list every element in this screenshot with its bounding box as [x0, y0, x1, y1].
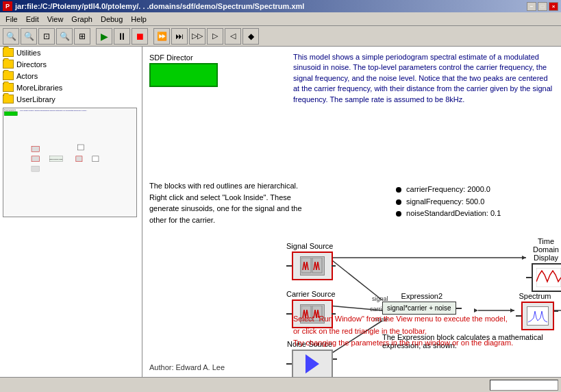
noise-connector-right — [333, 358, 337, 360]
sdf-director-label: SDF Director — [149, 53, 218, 62]
time-domain-block[interactable]: Time Domain Display — [526, 237, 561, 292]
menu-graph[interactable]: Graph — [67, 14, 97, 25]
time-domain-label: Time Domain Display — [526, 237, 561, 262]
bullet3-text: noiseStandardDeviation: 0.1 — [406, 209, 501, 217]
zoom-button2[interactable]: 🔍 — [56, 28, 73, 45]
signal-source-box — [292, 252, 333, 280]
menu-file[interactable]: File — [1, 14, 22, 25]
expression2-label: Expression2 — [382, 292, 462, 300]
bullet1-text: carrierFrequency: 2000.0 — [406, 185, 490, 193]
overview-carrier-block — [32, 156, 40, 162]
zoom-out-button[interactable]: 🔍 — [21, 28, 37, 45]
fast-forward-button[interactable]: ⏩ — [153, 28, 170, 45]
signal-source-block[interactable]: Signal Source — [286, 242, 334, 280]
noise-triangle-icon — [306, 354, 319, 373]
signal-connector-right — [332, 265, 336, 267]
menu-debug[interactable]: Debug — [97, 14, 127, 25]
sidebar-label-actors: Actors — [16, 72, 38, 80]
time-domain-wrapper — [526, 263, 561, 292]
bullet3-dot — [396, 211, 401, 217]
overview-freq-block — [92, 156, 99, 162]
userlibrary-folder-icon — [3, 95, 14, 103]
sidebar-label-directors: Directors — [16, 60, 47, 69]
sidebar-item-actors[interactable]: Actors — [0, 70, 142, 82]
run-text-line3: Try changing the parameters in the run w… — [293, 337, 556, 350]
run-instruction-text: Select "Run Window" from the View menu t… — [293, 313, 556, 350]
expr-connector-right — [456, 308, 462, 309]
timedomain-connector-in — [526, 277, 532, 278]
description-content: This model shows a simple periodogram sp… — [293, 53, 552, 103]
sdf-director-box — [149, 63, 218, 87]
carrier-source-label: Carrier Source — [286, 290, 336, 298]
signal-source-svg — [301, 258, 323, 274]
noise-source-box — [292, 350, 333, 377]
bullet2-item: signalFrequency: 500.0 — [396, 196, 501, 208]
sidebar-item-morelibraries[interactable]: MoreLibraries — [0, 82, 142, 93]
window-controls: − □ × — [527, 2, 558, 11]
expression2-formula: signal*carrier + noise — [387, 304, 451, 312]
pause-button[interactable]: ⏸ — [114, 28, 130, 45]
spectrum-connector-right — [554, 310, 558, 312]
maximize-button[interactable]: □ — [538, 2, 547, 11]
menu-bar: File Edit View Graph Debug Help — [0, 12, 561, 26]
overview-content: SDF Director This model shows a simple p… — [3, 108, 137, 217]
sdf-director: SDF Director — [149, 53, 218, 87]
menu-view[interactable]: View — [43, 14, 68, 25]
expression2-wrapper: signal*carrier + noise — [382, 302, 462, 315]
utilities-folder-icon — [3, 48, 14, 57]
sidebar: Utilities Directors Actors MoreLibraries… — [0, 47, 142, 377]
app-icon: P — [3, 1, 12, 11]
forward2-button[interactable]: ▷▷ — [189, 28, 205, 45]
description-text: This model shows a simple periodogram sp… — [293, 52, 556, 105]
svg-line-0 — [329, 258, 382, 300]
stop-button[interactable]: ⏹ — [132, 28, 148, 45]
morelibraries-folder-icon — [3, 83, 14, 92]
forward1-button[interactable]: ▷ — [207, 28, 223, 45]
menu-edit[interactable]: Edit — [22, 14, 43, 25]
minimize-button[interactable]: − — [527, 2, 536, 11]
sidebar-item-userlibrary[interactable]: UserLibrary — [0, 93, 142, 105]
zoom-in-button[interactable]: 🔍 — [3, 28, 19, 45]
overview-signal-block — [32, 146, 40, 151]
signal-source-label: Signal Source — [286, 242, 334, 250]
time-domain-svg — [536, 268, 561, 287]
toolbar: 🔍 🔍 ⊡ 🔍 ⊞ ▶ ⏸ ⏹ ⏩ ⏭ ▷▷ ▷ ◁ ◆ — [0, 26, 561, 47]
blocks-description: The blocks with red outlines are hierarc… — [149, 180, 307, 225]
signal-source-wrapper — [286, 252, 334, 280]
signal-connector-in — [286, 265, 292, 267]
fit-button[interactable]: ⊡ — [38, 28, 55, 45]
sidebar-item-directors[interactable]: Directors — [0, 58, 142, 70]
diamond-button[interactable]: ◆ — [242, 28, 259, 45]
main-area: Utilities Directors Actors MoreLibraries… — [0, 47, 561, 377]
bullet-info: carrierFrequency: 2000.0 signalFrequency… — [396, 184, 501, 220]
step-forward-button[interactable]: ⏭ — [171, 28, 188, 45]
author-text: Author: Edward A. Lee — [149, 363, 225, 371]
menu-help[interactable]: Help — [127, 14, 151, 25]
status-input[interactable] — [490, 380, 558, 391]
blocks-desc-text: The blocks with red outlines are hierarc… — [149, 182, 302, 224]
actors-folder-icon — [3, 71, 14, 80]
window-title: jar:file:/C:/Ptolemy/ptll4.0/ptolemy/. .… — [15, 2, 304, 10]
sidebar-item-utilities[interactable]: Utilities — [0, 47, 142, 58]
canvas-area[interactable]: SDF Director This model shows a simple p… — [142, 47, 561, 377]
overview-noise-block — [32, 166, 40, 171]
directors-folder-icon — [3, 60, 14, 69]
overview-panel: SDF Director This model shows a simple p… — [3, 108, 137, 217]
sidebar-label-morelibraries: MoreLibraries — [16, 84, 62, 92]
overview-time-block — [77, 145, 84, 150]
expression2-block[interactable]: Expression2 signal*carrier + noise — [382, 292, 462, 315]
svg-marker-6 — [474, 308, 478, 313]
overview-expr-block: signal*carrier+noise — [49, 156, 62, 162]
bullet2-text: signalFrequency: 500.0 — [406, 197, 484, 206]
run-button[interactable]: ▶ — [96, 28, 112, 45]
spectrum-label: Spectrum — [516, 292, 554, 300]
overview-spectrum-block — [76, 156, 83, 162]
expression2-box: signal*carrier + noise — [382, 302, 456, 315]
grid-button[interactable]: ⊞ — [74, 28, 90, 45]
close-button[interactable]: × — [549, 2, 558, 11]
back1-button[interactable]: ◁ — [225, 28, 241, 45]
run-text-line1: Select "Run Window" from the View menu t… — [293, 313, 556, 326]
time-domain-box — [532, 263, 561, 292]
noise-connector-in — [286, 363, 292, 365]
svg-marker-7 — [510, 308, 514, 313]
